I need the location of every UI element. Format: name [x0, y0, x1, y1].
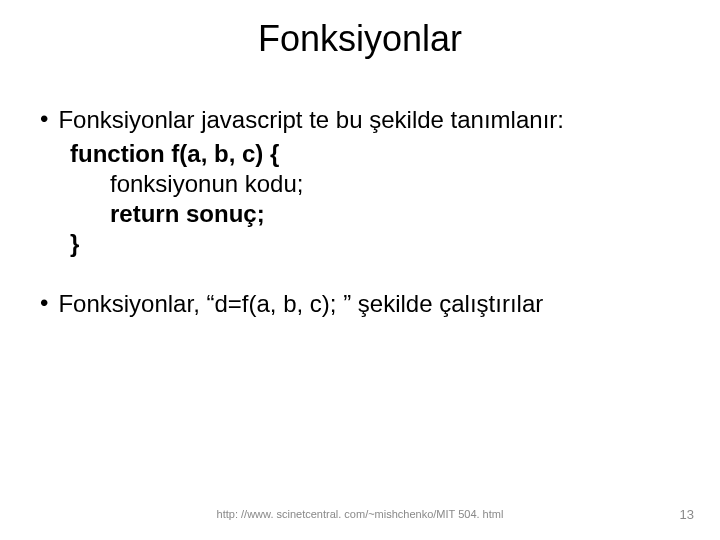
slide-title: Fonksiyonlar — [0, 18, 720, 60]
slide-body: • Fonksiyonlar javascript te bu şekilde … — [40, 105, 680, 323]
bullet-item: • Fonksiyonlar, “d=f(a, b, c); ” şekilde… — [40, 289, 680, 319]
bullet-text: Fonksiyonlar javascript te bu şekilde ta… — [58, 105, 680, 135]
bullet-dot-icon: • — [40, 289, 48, 318]
bullet-dot-icon: • — [40, 105, 48, 134]
code-line: function f(a, b, c) { — [70, 139, 680, 169]
code-line: fonksiyonun kodu; — [70, 169, 680, 199]
code-line: return sonuç; — [70, 199, 680, 229]
code-block: function f(a, b, c) { fonksiyonun kodu; … — [70, 139, 680, 259]
bullet-text: Fonksiyonlar, “d=f(a, b, c); ” şekilde ç… — [58, 289, 680, 319]
slide: Fonksiyonlar • Fonksiyonlar javascript t… — [0, 0, 720, 540]
bullet-item: • Fonksiyonlar javascript te bu şekilde … — [40, 105, 680, 135]
footer-url: http: //www. scinetcentral. com/~mishche… — [0, 508, 720, 520]
page-number: 13 — [680, 507, 694, 522]
code-line: } — [70, 229, 680, 259]
